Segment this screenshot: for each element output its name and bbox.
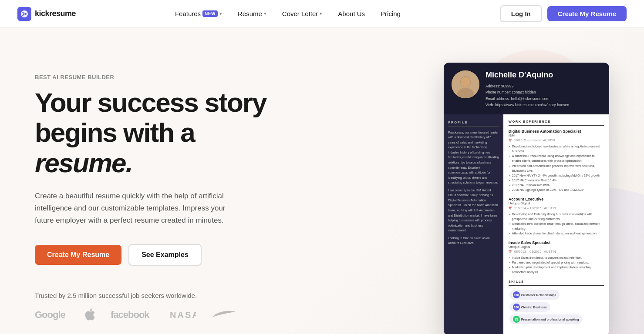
nav-about-us[interactable]: About Us bbox=[332, 7, 371, 21]
hero-content: Best AI Resume Builder Your success stor… bbox=[35, 74, 287, 324]
skill-closing-business: 100 Closing Business bbox=[509, 302, 550, 312]
nasa-logo: NASA bbox=[170, 308, 196, 324]
skill-presentation: 35 Presentation and professional speakin… bbox=[509, 314, 583, 324]
chevron-down-icon: ▾ bbox=[320, 11, 322, 17]
logo[interactable]: kickresume bbox=[17, 7, 76, 21]
google-logo: Google bbox=[35, 308, 70, 324]
job-ibm: Digital Business Automation Specialist I… bbox=[509, 129, 604, 193]
resume-avatar bbox=[452, 70, 479, 98]
nav-features[interactable]: Features NEW ▾ bbox=[169, 7, 228, 21]
create-resume-button[interactable]: Create My Resume bbox=[547, 6, 627, 21]
job-unique-digital-ae: Account Executive Unique Digital 11/2014… bbox=[509, 197, 604, 236]
hero-create-button[interactable]: Create My Resume bbox=[35, 245, 121, 265]
resume-sidebar: PROFILE Passionate, customer-focused lea… bbox=[444, 114, 503, 334]
logo-text: kickresume bbox=[35, 9, 76, 18]
skills-section: SKILLS 100 Customer Relationships 100 Cl… bbox=[509, 280, 604, 325]
hero-label: Best AI Resume Builder bbox=[35, 74, 287, 80]
svg-point-1 bbox=[25, 13, 27, 15]
resume-body: PROFILE Passionate, customer-focused lea… bbox=[444, 114, 609, 334]
resume-main: WORK EXPERIENCE Digital Business Automat… bbox=[503, 114, 609, 334]
nav-links: Features NEW ▾ Resume ▾ Cover Letter ▾ A… bbox=[169, 7, 407, 21]
resume-name-block: Michelle D'Aquino Address: 909999 Phone … bbox=[486, 70, 601, 108]
hero-title: Your success story begins with a resume. bbox=[35, 87, 287, 178]
profile-text-3: Looking to take on a role as an Account … bbox=[448, 236, 499, 246]
work-experience-section: WORK EXPERIENCE Digital Business Automat… bbox=[509, 120, 604, 275]
svg-point-8 bbox=[461, 77, 470, 87]
apple-logo bbox=[85, 308, 95, 324]
chevron-down-icon: ▾ bbox=[264, 11, 266, 17]
navbar: kickresume Features NEW ▾ Resume ▾ Cover… bbox=[0, 0, 644, 28]
profile-text-2: I am currently in the IBM Hybrid Cloud S… bbox=[448, 188, 499, 233]
skill-customer-relationships: 100 Customer Relationships bbox=[509, 290, 560, 300]
new-badge: NEW bbox=[202, 10, 218, 17]
nav-resume[interactable]: Resume ▾ bbox=[232, 7, 273, 21]
job-unique-digital-iss: Inside Sales Specialist Unique Digital 0… bbox=[509, 240, 604, 275]
trusted-section: Trusted by 2.5 million successful job se… bbox=[35, 292, 287, 324]
svg-text:facebook: facebook bbox=[111, 309, 150, 320]
nav-cover-letter[interactable]: Cover Letter ▾ bbox=[276, 7, 329, 21]
svg-text:NASA: NASA bbox=[170, 310, 196, 320]
hero-subtitle: Create a beautiful resume quickly with t… bbox=[35, 190, 244, 227]
resume-contact: Address: 909999 Phone number: contact hi… bbox=[486, 83, 601, 108]
nav-actions: Log In Create My Resume bbox=[500, 5, 627, 22]
hero-examples-button[interactable]: See Examples bbox=[128, 244, 202, 266]
nav-pricing[interactable]: Pricing bbox=[374, 7, 407, 21]
nike-logo bbox=[212, 308, 238, 324]
hero-buttons: Create My Resume See Examples bbox=[35, 244, 287, 266]
logo-icon bbox=[17, 7, 31, 21]
resume-card: Michelle D'Aquino Address: 909999 Phone … bbox=[444, 63, 609, 334]
profile-text: Passionate, customer-focused leader with… bbox=[448, 130, 499, 185]
resume-header: Michelle D'Aquino Address: 909999 Phone … bbox=[444, 63, 609, 114]
trusted-logos: Google facebook NASA bbox=[35, 308, 287, 324]
trusted-label: Trusted by 2.5 million successful job se… bbox=[35, 292, 287, 299]
profile-section: PROFILE Passionate, customer-focused lea… bbox=[448, 120, 499, 246]
svg-text:Google: Google bbox=[35, 309, 66, 320]
hero-resume-preview: Michelle D'Aquino Address: 909999 Phone … bbox=[287, 63, 609, 334]
login-button[interactable]: Log In bbox=[500, 5, 542, 22]
facebook-logo: facebook bbox=[111, 308, 154, 324]
hero-section: Best AI Resume Builder Your success stor… bbox=[0, 28, 644, 334]
resume-name: Michelle D'Aquino bbox=[486, 70, 601, 80]
chevron-down-icon: ▾ bbox=[219, 11, 222, 17]
skills-pills: 100 Customer Relationships 100 Closing B… bbox=[509, 289, 604, 325]
